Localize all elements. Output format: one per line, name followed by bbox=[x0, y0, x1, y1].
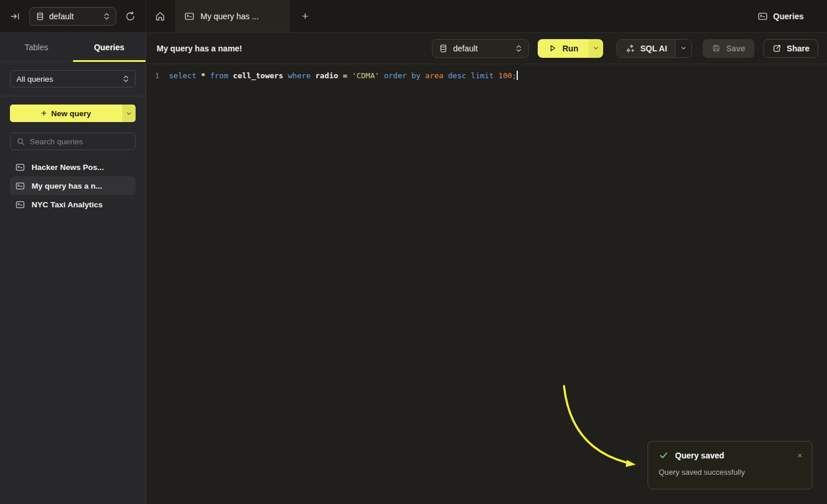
new-query-dropdown[interactable] bbox=[122, 105, 136, 122]
collapse-sidebar-icon bbox=[10, 11, 20, 22]
query-icon bbox=[15, 162, 25, 172]
run-button[interactable]: Run bbox=[538, 39, 589, 58]
save-label: Save bbox=[726, 44, 745, 53]
home-button[interactable] bbox=[146, 0, 174, 32]
tab-title: My query has ... bbox=[200, 12, 259, 21]
sidebar: Tables Queries All queries + New query bbox=[0, 33, 146, 504]
sidebar-body: All queries + New query bbox=[0, 62, 146, 214]
code-token: where bbox=[288, 71, 316, 80]
code-token: cell_towers bbox=[233, 71, 288, 80]
topbar-right-section[interactable]: Queries bbox=[757, 0, 827, 32]
toast-title: Query saved bbox=[675, 451, 724, 460]
queries-icon bbox=[757, 11, 768, 22]
query-icon bbox=[15, 181, 25, 191]
code-line-1[interactable]: 1 select * from cell_towers where radio … bbox=[146, 69, 827, 81]
code-token: radio bbox=[315, 71, 342, 80]
play-icon bbox=[548, 44, 557, 53]
editor-header: My query has a name! default bbox=[146, 33, 827, 64]
top-bar: default bbox=[0, 0, 827, 33]
topbar-database-selector[interactable]: default bbox=[29, 7, 116, 26]
query-title: My query has a name! bbox=[157, 44, 242, 53]
chevron-down-icon bbox=[126, 110, 132, 117]
run-label: Run bbox=[562, 44, 578, 53]
database-icon bbox=[439, 44, 448, 53]
toast-close-icon[interactable]: × bbox=[797, 451, 802, 460]
search-queries-input[interactable]: Search queries bbox=[10, 133, 136, 150]
refresh-icon bbox=[125, 11, 136, 22]
code-token: ; bbox=[512, 71, 517, 80]
new-query-button[interactable]: + New query bbox=[10, 105, 136, 122]
new-query-label: New query bbox=[51, 109, 91, 118]
collapse-sidebar-button[interactable] bbox=[7, 8, 23, 25]
sql-ai-button[interactable]: SQL AI bbox=[617, 40, 675, 57]
refresh-button[interactable] bbox=[122, 8, 139, 25]
plus-icon: + bbox=[41, 108, 46, 119]
sql-console-app: default bbox=[0, 0, 827, 504]
toast-header: Query saved × bbox=[659, 450, 802, 460]
home-icon bbox=[154, 11, 166, 22]
sparkles-icon bbox=[625, 44, 635, 53]
query-icon bbox=[15, 200, 25, 210]
toast-message: Query saved successfully bbox=[659, 468, 802, 477]
sql-ai-dropdown[interactable] bbox=[675, 40, 691, 57]
chevron-down-icon bbox=[680, 45, 687, 51]
editor-database-value: default bbox=[453, 44, 510, 53]
save-button[interactable]: Save bbox=[703, 39, 755, 58]
query-filter-select[interactable]: All queries bbox=[10, 70, 136, 88]
sql-editor[interactable]: 1 select * from cell_towers where radio … bbox=[146, 64, 827, 81]
save-icon bbox=[712, 44, 721, 53]
editor-database-selector[interactable]: default bbox=[432, 39, 529, 58]
code-token: from bbox=[210, 71, 233, 80]
sql-ai-label: SQL AI bbox=[640, 44, 667, 53]
run-options-dropdown[interactable] bbox=[589, 39, 603, 58]
tab-strip: My query has ... + bbox=[146, 0, 320, 32]
code-token: desc bbox=[448, 71, 471, 80]
code-token: order bbox=[384, 71, 411, 80]
sidebar-tab-queries[interactable]: Queries bbox=[73, 33, 146, 61]
query-list-item-hacker-news[interactable]: Hacker News Pos... bbox=[10, 158, 136, 176]
query-item-label: Hacker News Pos... bbox=[32, 163, 104, 172]
run-button-group: Run bbox=[538, 39, 603, 58]
sidebar-tab-tables[interactable]: Tables bbox=[0, 33, 73, 61]
chevron-down-icon bbox=[593, 45, 599, 51]
queries-panel-label: Queries bbox=[773, 12, 804, 21]
chevron-updown-icon bbox=[515, 44, 522, 53]
code-token: 'CDMA' bbox=[352, 71, 384, 80]
chevron-updown-icon bbox=[123, 74, 129, 84]
saved-query-list: Hacker News Pos... My query has a n... bbox=[10, 158, 136, 214]
database-icon bbox=[36, 12, 44, 21]
query-list-item-nyc-taxi[interactable]: NYC Taxi Analytics bbox=[10, 195, 136, 214]
search-placeholder: Search queries bbox=[30, 137, 83, 146]
code-token: = bbox=[342, 71, 352, 80]
code-token: area bbox=[425, 71, 448, 80]
code-token: by bbox=[411, 71, 425, 80]
line-number: 1 bbox=[146, 71, 159, 80]
code-token: select bbox=[169, 71, 201, 80]
sidebar-divider bbox=[0, 96, 146, 96]
topbar-left-section: default bbox=[0, 0, 146, 32]
topbar-database-value: default bbox=[49, 12, 99, 21]
code-token: limit bbox=[471, 71, 499, 80]
search-icon bbox=[16, 137, 25, 146]
query-item-label: NYC Taxi Analytics bbox=[32, 200, 103, 209]
main-area: My query has a name! default bbox=[146, 33, 827, 504]
sidebar-tabs: Tables Queries bbox=[0, 33, 146, 62]
share-label: Share bbox=[787, 44, 809, 53]
query-list-item-my-query[interactable]: My query has a n... bbox=[10, 176, 136, 195]
sql-ai-button-group: SQL AI bbox=[617, 39, 692, 58]
share-icon bbox=[772, 44, 781, 53]
check-icon bbox=[659, 450, 669, 460]
query-icon bbox=[184, 11, 195, 22]
new-tab-button[interactable]: + bbox=[290, 0, 320, 32]
text-cursor bbox=[517, 71, 518, 80]
code-token: * bbox=[201, 71, 210, 80]
chevron-updown-icon bbox=[103, 12, 110, 21]
new-query-main[interactable]: + New query bbox=[10, 105, 122, 122]
code-content: select * from cell_towers where radio = … bbox=[169, 71, 517, 80]
share-button[interactable]: Share bbox=[763, 39, 818, 58]
editor-actions: default Run bbox=[432, 39, 818, 58]
query-filter-value: All queries bbox=[16, 75, 53, 84]
code-token: 100 bbox=[499, 71, 512, 80]
tab-my-query[interactable]: My query has ... bbox=[174, 0, 290, 32]
toast-query-saved: Query saved × Query saved successfully bbox=[648, 441, 812, 489]
